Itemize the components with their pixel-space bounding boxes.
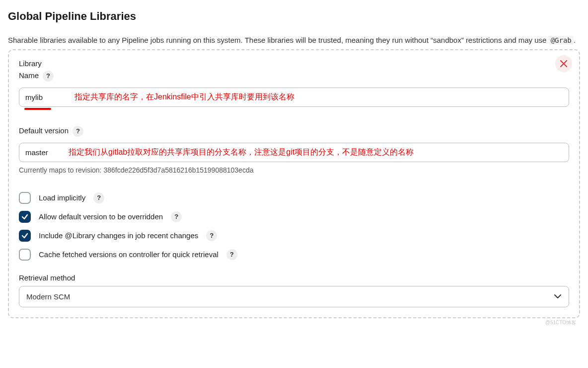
- checkbox[interactable]: [19, 211, 31, 223]
- checkbox-row: Cache fetched versions on controller for…: [19, 249, 569, 261]
- desc-pre: Sharable libraries available to any Pipe…: [8, 36, 549, 44]
- annotation-underline: [24, 108, 51, 110]
- desc-code: @Grab: [549, 36, 574, 45]
- checkbox-row: Include @Library changes in job recent c…: [19, 230, 569, 242]
- checkbox-help-button[interactable]: ?: [171, 211, 182, 222]
- checkbox-help-button[interactable]: ?: [206, 230, 217, 241]
- watermark: @51CTO博客: [545, 319, 576, 326]
- revision-hint: Currently maps to revision: 386fcde226d5…: [19, 166, 569, 174]
- check-icon: [21, 232, 28, 239]
- checkbox[interactable]: [19, 230, 31, 242]
- chevron-down-icon: [554, 292, 562, 300]
- remove-library-button[interactable]: [555, 55, 572, 72]
- check-icon: [21, 213, 28, 220]
- desc-post: .: [574, 36, 576, 44]
- checkbox-help-button[interactable]: ?: [93, 192, 104, 203]
- library-card: Library Name ? 指定共享库的名字，在Jenkinsfile中引入共…: [8, 49, 580, 318]
- name-label: Name: [19, 71, 39, 80]
- checkbox-label: Load implicitly: [39, 193, 85, 202]
- name-help-button[interactable]: ?: [43, 71, 54, 82]
- checkbox-help-button[interactable]: ?: [226, 249, 237, 260]
- library-header: Library: [19, 59, 569, 68]
- retrieval-method-label: Retrieval method: [19, 274, 569, 282]
- name-input[interactable]: [19, 88, 569, 107]
- retrieval-method-value: Modern SCM: [26, 292, 70, 301]
- default-version-input[interactable]: [19, 143, 569, 162]
- default-version-help-button[interactable]: ?: [73, 126, 83, 137]
- page-title: Global Pipeline Libraries: [8, 10, 580, 23]
- checkbox-row: Allow default version to be overridden?: [19, 211, 569, 223]
- default-version-label: Default version: [19, 126, 69, 135]
- retrieval-method-select[interactable]: Modern SCM: [19, 286, 569, 307]
- checkbox-label: Allow default version to be overridden: [39, 212, 163, 221]
- checkbox[interactable]: [19, 249, 31, 261]
- checkbox-label: Include @Library changes in job recent c…: [39, 231, 198, 240]
- section-description: Sharable libraries available to any Pipe…: [8, 35, 579, 46]
- checkbox[interactable]: [19, 192, 31, 204]
- checkbox-label: Cache fetched versions on controller for…: [39, 250, 219, 259]
- close-icon: [560, 60, 567, 67]
- checkbox-row: Load implicitly?: [19, 192, 569, 204]
